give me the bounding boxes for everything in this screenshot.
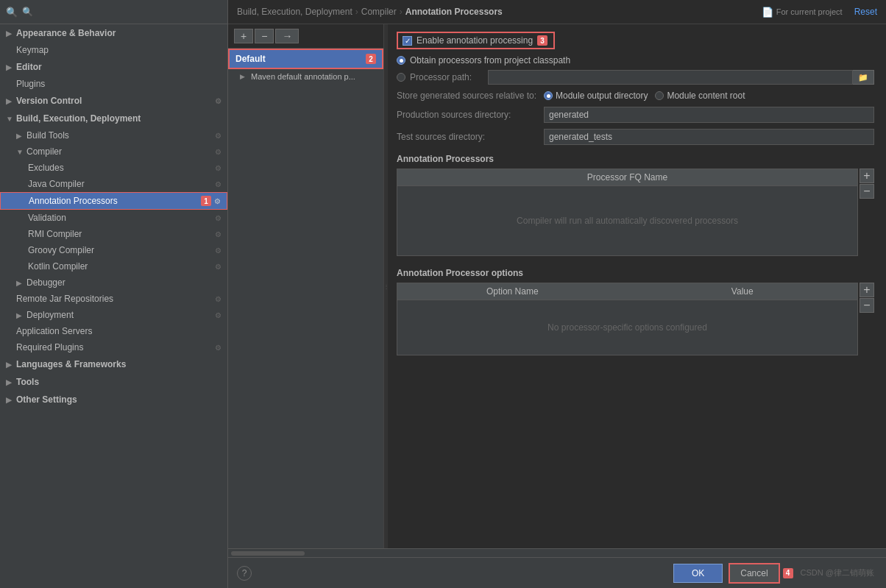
watermark: CSDN @律二销萌账 — [801, 567, 874, 578]
sidebar-item-debugger[interactable]: ▶ Debugger — [0, 274, 227, 291]
sidebar-item-version-control[interactable]: ▶ Version Control ⚙ — [0, 92, 227, 110]
sync-icon: ⚙ — [215, 148, 222, 156]
sync-icon: ⚙ — [215, 344, 222, 352]
arrow-icon: ▼ — [16, 148, 26, 156]
module-content-radio[interactable] — [655, 91, 664, 100]
content-area: + − → Default 2 ▶ Mav — [228, 24, 886, 588]
annotation-processors-section: Annotation Processors Processor FQ Name — [397, 154, 874, 256]
sidebar-item-java-compiler[interactable]: Java Compiler ⚙ — [0, 176, 227, 192]
sidebar-item-label: Appearance & Behavior — [16, 28, 116, 38]
processor-path-radio[interactable] — [397, 73, 405, 82]
sidebar-item-editor[interactable]: ▶ Editor — [0, 58, 227, 76]
annotation-options-empty: No processor-specific options configured — [397, 300, 858, 355]
sidebar-item-label: Other Settings — [16, 394, 77, 405]
sidebar-item-label: RMI Compiler — [28, 229, 215, 239]
reset-button[interactable]: Reset — [854, 7, 877, 17]
search-input[interactable] — [22, 7, 222, 17]
sidebar-item-label: Validation — [28, 213, 215, 223]
module-content-option: Module content root — [655, 91, 745, 101]
breadcrumb-item-1: Build, Execution, Deployment — [237, 7, 352, 17]
annotation-options-section: Annotation Processor options Option Name… — [397, 268, 874, 355]
num-badge-3: 3 — [537, 35, 547, 46]
sidebar-item-excludes[interactable]: Excludes ⚙ — [0, 160, 227, 176]
sidebar-item-tools[interactable]: ▶ Tools — [0, 373, 227, 391]
obtain-processors-radio[interactable] — [397, 56, 405, 65]
sidebar-item-groovy-compiler[interactable]: Groovy Compiler ⚙ — [0, 242, 227, 258]
sync-icon: ⚙ — [215, 247, 222, 255]
annotation-options-title: Annotation Processor options — [397, 268, 874, 278]
add-processor-button[interactable]: + — [860, 169, 874, 183]
cancel-button[interactable]: Cancel — [729, 563, 779, 584]
enable-annotation-checkbox[interactable]: ✓ — [403, 36, 412, 46]
profile-list: Default 2 ▶ Maven default annotation p..… — [228, 49, 383, 548]
sidebar-item-languages[interactable]: ▶ Languages & Frameworks — [0, 355, 227, 373]
ok-button[interactable]: OK — [673, 564, 723, 583]
profile-item-default[interactable]: Default 2 — [228, 49, 383, 69]
add-profile-button[interactable]: + — [234, 29, 253, 43]
value-header: Value — [628, 283, 858, 300]
breadcrumb-item-3: Annotation Processors — [405, 7, 503, 17]
remove-option-button[interactable]: − — [860, 298, 874, 313]
sync-icon: ⚙ — [214, 197, 221, 205]
annotation-processors-table: Processor FQ Name Compiler will run all … — [397, 169, 858, 256]
sidebar-item-keymap[interactable]: Keymap — [0, 42, 227, 58]
horizontal-scrollbar[interactable] — [228, 548, 886, 557]
help-button[interactable]: ? — [237, 566, 252, 581]
sidebar-item-label: Debugger — [26, 277, 222, 288]
arrow-icon: ▶ — [6, 63, 16, 71]
sidebar-item-validation[interactable]: Validation ⚙ — [0, 210, 227, 226]
sidebar-item-kotlin-compiler[interactable]: Kotlin Compiler ⚙ — [0, 258, 227, 274]
arrow-icon: ▶ — [16, 279, 26, 287]
num-badge-2: 2 — [366, 54, 376, 64]
sidebar-item-build-execution[interactable]: ▼ Build, Execution, Deployment — [0, 110, 227, 127]
arrow-icon: ▶ — [6, 97, 16, 105]
for-project-label: 📄 For current project — [762, 7, 843, 18]
sidebar-item-label: Application Servers — [16, 326, 92, 336]
arrow-icon: ▶ — [6, 361, 16, 369]
sidebar-item-build-tools[interactable]: ▶ Build Tools ⚙ — [0, 127, 227, 144]
production-sources-label: Production sources directory: — [397, 110, 538, 120]
search-icon: 🔍 — [6, 7, 18, 18]
processor-path-browse-button[interactable]: 📁 — [853, 70, 874, 85]
test-sources-input[interactable] — [544, 129, 874, 145]
sidebar-item-application-servers[interactable]: Application Servers — [0, 323, 227, 339]
add-option-button[interactable]: + — [860, 283, 874, 297]
sidebar-item-annotation-processors[interactable]: Annotation Processors 1 ⚙ — [0, 192, 227, 210]
enable-annotation-label: Enable annotation processing — [417, 35, 533, 46]
production-sources-row: Production sources directory: — [397, 107, 874, 123]
arrow-icon: ▶ — [16, 311, 26, 319]
remove-profile-button[interactable]: − — [255, 29, 274, 43]
arrow-icon: ▶ — [6, 378, 16, 386]
production-sources-input[interactable] — [544, 107, 874, 123]
processor-fq-name-header: Processor FQ Name — [397, 169, 858, 186]
sync-icon: ⚙ — [215, 230, 222, 238]
profile-item-maven[interactable]: ▶ Maven default annotation p... — [228, 69, 383, 84]
sidebar-item-label: Deployment — [26, 310, 215, 320]
check-icon: ✓ — [405, 37, 411, 45]
sidebar-item-label: Build Tools — [26, 130, 215, 141]
sidebar-item-other-settings[interactable]: ▶ Other Settings — [0, 391, 227, 408]
arrow-icon: ▶ — [16, 132, 26, 140]
sidebar-item-plugins[interactable]: Plugins — [0, 76, 227, 92]
module-output-radio[interactable] — [544, 91, 553, 100]
sidebar-item-label: Required Plugins — [16, 342, 215, 353]
sidebar-item-label: Excludes — [28, 163, 215, 173]
cancel-badge: 4 — [783, 568, 793, 578]
sidebar-item-deployment[interactable]: ▶ Deployment ⚙ — [0, 307, 227, 323]
sidebar-item-compiler[interactable]: ▼ Compiler ⚙ — [0, 144, 227, 160]
sidebar-item-label: Kotlin Compiler — [28, 261, 215, 272]
profile-toolbar: + − → — [228, 24, 383, 49]
num-badge: 1 — [201, 196, 211, 206]
sidebar-item-appearance[interactable]: ▶ Appearance & Behavior — [0, 24, 227, 42]
breadcrumb: Build, Execution, Deployment › Compiler … — [228, 0, 886, 24]
processor-path-input[interactable] — [488, 70, 853, 85]
sync-icon: ⚙ — [215, 97, 222, 105]
profile-label: Maven default annotation p... — [251, 72, 355, 81]
remove-processor-button[interactable]: − — [860, 184, 874, 199]
navigate-button[interactable]: → — [275, 29, 299, 43]
sidebar-item-required-plugins[interactable]: Required Plugins ⚙ — [0, 339, 227, 355]
sidebar-item-rmi-compiler[interactable]: RMI Compiler ⚙ — [0, 226, 227, 242]
breadcrumb-sep-2: › — [400, 7, 403, 17]
sidebar-item-label: Build, Execution, Deployment — [16, 113, 141, 124]
sidebar-item-remote-jar[interactable]: Remote Jar Repositories ⚙ — [0, 291, 227, 307]
